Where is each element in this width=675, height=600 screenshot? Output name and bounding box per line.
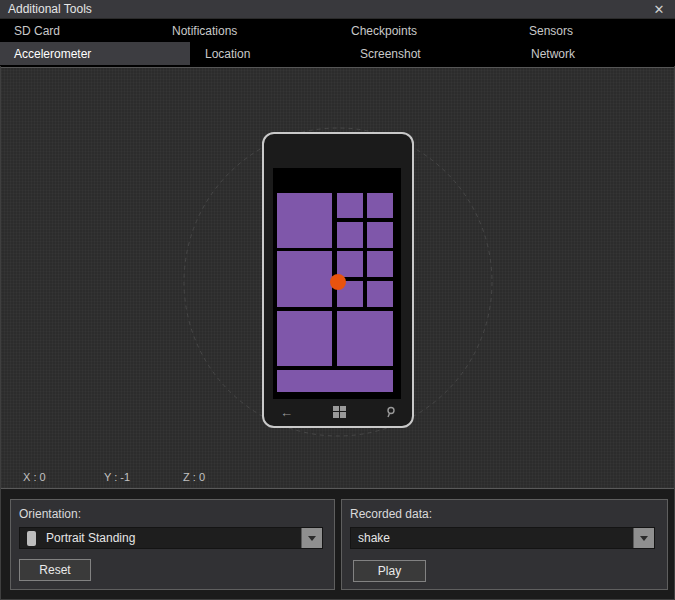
tab-label: SD Card (14, 24, 60, 38)
play-button-label: Play (378, 564, 401, 578)
back-arrow-icon: ← (280, 405, 293, 420)
tab-accelerometer[interactable]: Accelerometer (0, 42, 190, 65)
start-tile (277, 311, 332, 366)
tab-label: Checkpoints (351, 24, 417, 38)
orientation-value: Portrait Standing (36, 531, 135, 545)
accelerometer-dot[interactable] (330, 274, 346, 290)
windows-logo-icon (333, 406, 346, 418)
tab-label: Location (205, 47, 250, 61)
start-tile (337, 251, 363, 277)
start-tile (367, 222, 393, 248)
tab-label: Screenshot (360, 47, 421, 61)
close-icon[interactable]: ✕ (649, 1, 669, 18)
window-title: Additional Tools (0, 2, 92, 16)
portrait-phone-icon (27, 531, 36, 546)
readout-x: X : 0 (23, 471, 46, 483)
orientation-panel: Orientation: Portrait Standing Reset (10, 499, 335, 590)
tab-label: Notifications (172, 24, 237, 38)
tab-sd-card[interactable]: SD Card (0, 19, 157, 42)
reset-button[interactable]: Reset (19, 559, 91, 581)
start-tile (337, 193, 363, 218)
readout-z: Z : 0 (183, 471, 205, 483)
tab-bar: SD Card Notifications Checkpoints Sensor… (0, 19, 675, 66)
tab-row-2: Accelerometer Location Screenshot Networ… (0, 42, 675, 65)
start-tile (337, 311, 393, 366)
reset-button-label: Reset (39, 563, 70, 577)
recorded-data-panel: Recorded data: shake Play (341, 499, 668, 590)
titlebar: Additional Tools ✕ (0, 0, 675, 19)
start-tile (367, 251, 393, 277)
chevron-down-icon[interactable] (301, 528, 322, 548)
tab-row-1: SD Card Notifications Checkpoints Sensor… (0, 19, 675, 42)
start-tile (277, 193, 332, 248)
bottom-bar: Orientation: Portrait Standing Reset Rec… (1, 488, 674, 599)
start-tile (277, 370, 393, 392)
accelerometer-canvas[interactable]: ← X : 0 Y : -1 Z : 0 (1, 67, 674, 488)
tab-notifications[interactable]: Notifications (157, 19, 336, 42)
recorded-data-value: shake (351, 531, 390, 545)
tab-sensors[interactable]: Sensors (514, 19, 675, 42)
chevron-down-icon[interactable] (633, 528, 654, 548)
orientation-dropdown[interactable]: Portrait Standing (19, 527, 323, 549)
search-icon (385, 406, 396, 418)
tab-network[interactable]: Network (516, 42, 675, 65)
start-tile (277, 251, 332, 307)
start-tile (367, 193, 393, 218)
tab-checkpoints[interactable]: Checkpoints (336, 19, 514, 42)
start-tile (337, 222, 363, 248)
tab-label: Network (531, 47, 575, 61)
orientation-label: Orientation: (19, 507, 81, 521)
readout-y: Y : -1 (104, 471, 130, 483)
recorded-data-dropdown[interactable]: shake (350, 527, 655, 549)
additional-tools-window: Additional Tools ✕ SD Card Notifications… (0, 0, 675, 600)
tab-screenshot[interactable]: Screenshot (345, 42, 516, 65)
phone-navbar: ← (264, 403, 412, 421)
play-button[interactable]: Play (353, 560, 426, 582)
recorded-data-label: Recorded data: (350, 507, 432, 521)
start-tile (367, 281, 393, 307)
tab-location[interactable]: Location (190, 42, 345, 65)
tab-label: Accelerometer (14, 47, 91, 61)
tab-label: Sensors (529, 24, 573, 38)
